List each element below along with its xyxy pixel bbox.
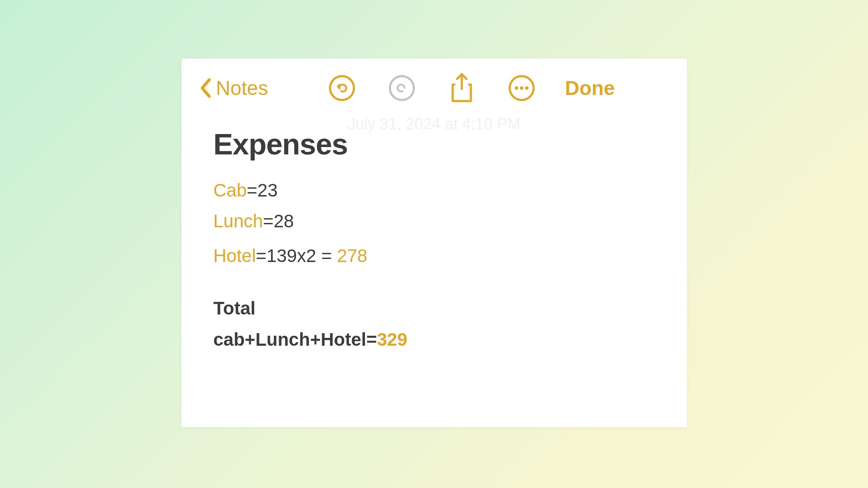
undo-icon [329,75,355,101]
share-icon [449,72,474,104]
svg-point-1 [520,86,523,90]
total-label: Total [214,293,655,324]
variable-hotel: Hotel [214,246,256,266]
expr-total: cab+Lunch+Hotel= [214,329,377,350]
expense-line-hotel: Hotel=139x2 = 278 [214,240,655,271]
back-label: Notes [216,76,268,100]
share-button[interactable] [449,75,475,101]
svg-point-0 [515,86,518,90]
note-content[interactable]: Expenses Cab=23 Lunch=28 Hotel=139x2 = 2… [181,110,687,355]
result-total: 329 [377,329,407,350]
done-button[interactable]: Done [565,76,615,100]
svg-point-2 [525,86,529,90]
variable-lunch: Lunch [214,211,263,231]
ellipsis-icon [509,75,535,101]
more-button[interactable] [509,75,535,101]
expense-line-lunch: Lunch=28 [214,206,655,236]
undo-button[interactable] [329,75,355,101]
toolbar: Notes [181,59,687,110]
redo-button[interactable] [389,75,415,101]
toolbar-icons [329,75,535,101]
expr-hotel: =139x2 = [256,246,337,266]
expr-lunch: =28 [263,211,294,231]
back-button[interactable]: Notes [200,76,268,100]
variable-cab: Cab [214,180,247,200]
note-card: Notes [181,59,687,427]
total-line: cab+Lunch+Hotel=329 [214,324,655,355]
expense-line-cab: Cab=23 [214,175,655,206]
blank-line [214,271,655,293]
expr-cab: =23 [247,180,278,200]
result-hotel: 278 [337,246,367,266]
redo-icon [389,75,415,101]
chevron-left-icon [200,78,211,98]
note-timestamp: July 31, 2024 at 4:10 PM [348,115,520,133]
